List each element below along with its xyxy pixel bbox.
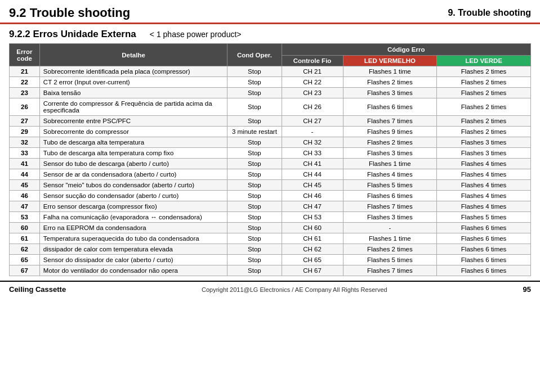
cell-led-vermelho: Flashes 2 times [343,244,437,255]
cell-detalhe: Tubo de descarga alta temperatura comp f… [39,148,227,159]
cell-controle-fio: CH 61 [282,233,343,244]
cell-error-code: 32 [10,137,40,148]
cell-led-verde: Flashes 6 times [437,255,531,265]
cell-led-vermelho: Flashes 4 times [343,169,437,180]
cell-cond: Stop [227,116,282,127]
cell-controle-fio: CH 26 [282,98,343,116]
cell-controle-fio: CH 32 [282,137,343,148]
table-row: 27Sobrecorrente entre PSC/PFCStopCH 27Fl… [10,116,531,127]
cell-detalhe: Temperatura superaquecida do tubo da con… [39,233,227,244]
table-row: 21Sobrecorrente identificada pela placa … [10,66,531,77]
cell-controle-fio: CH 46 [282,191,343,201]
cell-detalhe: Corrente do compressor & Frequência de p… [39,98,227,116]
cell-error-code: 53 [10,212,40,223]
cell-led-verde: Flashes 6 times [437,223,531,233]
table-row: 41Sensor do tubo de descarga (aberto / c… [10,159,531,169]
cell-led-vermelho: Flashes 3 times [343,212,437,223]
table-row: 32Tubo de descarga alta temperaturaStopC… [10,137,531,148]
cell-cond: Stop [227,191,282,201]
cell-cond: Stop [227,66,282,77]
page-footer: Ceiling Cassette Copyright 2011@LG Elect… [0,281,540,297]
cell-error-code: 44 [10,169,40,180]
cell-detalhe: Falha na comunicação (evaporadora ↔ cond… [39,212,227,223]
cell-led-verde: Flashes 3 times [437,137,531,148]
cell-led-vermelho: Flashes 1 time [343,66,437,77]
table-row: 53Falha na comunicação (evaporadora ↔ co… [10,212,531,223]
cell-error-code: 33 [10,148,40,159]
cell-led-vermelho: Flashes 2 times [343,77,437,88]
page-header: 9.2 Trouble shooting 9. Trouble shooting [0,0,540,24]
cell-error-code: 62 [10,244,40,255]
cell-detalhe: Motor do ventilador do condensador não o… [39,265,227,276]
cell-led-verde: Flashes 2 times [437,98,531,116]
cell-led-verde: Flashes 3 times [437,148,531,159]
col-header-detalhe: Detalhe [39,44,227,66]
table-row: 47Erro sensor descarga (compressor fixo)… [10,201,531,212]
table-row: 60Erro na EEPROM da condensadoraStopCH 6… [10,223,531,233]
cell-led-verde: Flashes 4 times [437,180,531,191]
cell-detalhe: dissipador de calor com temperatura elev… [39,244,227,255]
cell-cond: Stop [227,137,282,148]
cell-error-code: 67 [10,265,40,276]
col-header-codigo-erro: Código Erro [282,44,531,56]
cell-cond: Stop [227,98,282,116]
header-right: 9. Trouble shooting [448,6,531,18]
cell-cond: Stop [227,255,282,265]
cell-cond: 3 minute restart [227,127,282,137]
table-row: 67Motor do ventilador do condensador não… [10,265,531,276]
cell-controle-fio: CH 47 [282,201,343,212]
cell-controle-fio: CH 22 [282,77,343,88]
cell-led-vermelho: Flashes 5 times [343,180,437,191]
cell-controle-fio: CH 45 [282,180,343,191]
cell-led-verde: Flashes 6 times [437,265,531,276]
cell-controle-fio: CH 27 [282,116,343,127]
cell-controle-fio: CH 65 [282,255,343,265]
footer-page-number: 95 [523,285,531,294]
cell-error-code: 27 [10,116,40,127]
cell-cond: Stop [227,148,282,159]
cell-error-code: 45 [10,180,40,191]
cell-error-code: 22 [10,77,40,88]
cell-led-vermelho: Flashes 7 times [343,201,437,212]
right-section-title: 9. Trouble shooting [448,8,531,17]
cell-led-vermelho: Flashes 1 time [343,159,437,169]
header-left: 9.2 Trouble shooting [9,6,130,20]
cell-controle-fio: CH 23 [282,88,343,98]
col-header-controle-fio: Controle Fio [282,56,343,66]
cell-detalhe: Sensor de ar da condensadora (aberto / c… [39,169,227,180]
cell-detalhe: Erro sensor descarga (compressor fixo) [39,201,227,212]
cell-led-vermelho: Flashes 5 times [343,255,437,265]
cell-led-vermelho: Flashes 9 times [343,127,437,137]
cell-detalhe: Sobrecorrente identificada pela placa (c… [39,66,227,77]
cell-cond: Stop [227,265,282,276]
cell-led-verde: Flashes 2 times [437,77,531,88]
table-row: 62dissipador de calor com temperatura el… [10,244,531,255]
cell-controle-fio: CH 62 [282,244,343,255]
cell-led-vermelho: Flashes 6 times [343,98,437,116]
subtitle-note: < 1 phase power product> [150,30,242,39]
cell-detalhe: Sensor do dissipador de calor (aberto / … [39,255,227,265]
cell-error-code: 60 [10,223,40,233]
cell-led-vermelho: Flashes 3 times [343,148,437,159]
cell-cond: Stop [227,201,282,212]
cell-led-vermelho: Flashes 1 time [343,233,437,244]
subsection-title: 9.2.2 Erros Unidade Externa [9,29,136,40]
cell-cond: Stop [227,223,282,233]
cell-controle-fio: - [282,127,343,137]
cell-cond: Stop [227,159,282,169]
cell-led-vermelho: Flashes 2 times [343,137,437,148]
cell-error-code: 41 [10,159,40,169]
cell-cond: Stop [227,169,282,180]
cell-led-verde: Flashes 4 times [437,201,531,212]
cell-detalhe: Sensor do tubo de descarga (aberto / cur… [39,159,227,169]
cell-controle-fio: CH 53 [282,212,343,223]
cell-led-verde: Flashes 5 times [437,212,531,223]
cell-detalhe: Erro na EEPROM da condensadora [39,223,227,233]
table-row: 65Sensor do dissipador de calor (aberto … [10,255,531,265]
footer-copyright: Copyright 2011@LG Electronics / AE Compa… [202,286,387,293]
cell-controle-fio: CH 60 [282,223,343,233]
table-container: Error code Detalhe Cond Oper. Código Err… [0,43,540,276]
cell-led-verde: Flashes 6 times [437,233,531,244]
cell-led-vermelho: Flashes 6 times [343,191,437,201]
cell-cond: Stop [227,233,282,244]
